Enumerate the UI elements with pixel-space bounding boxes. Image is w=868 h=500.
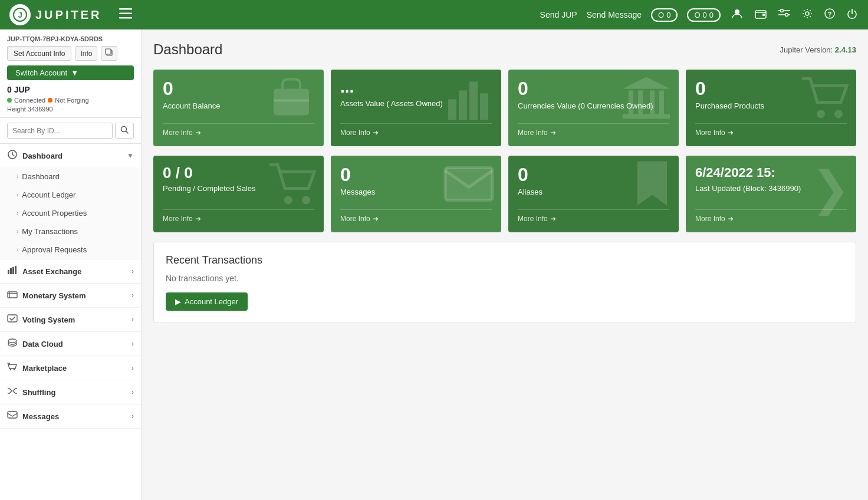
play-icon: ▶ — [175, 297, 181, 306]
nav-section-messages-header[interactable]: Messages › — [0, 404, 141, 428]
chevron-icon: ▼ — [127, 152, 134, 160]
copy-button[interactable] — [101, 46, 117, 61]
nav-section-asset-header[interactable]: Asset Exchange › — [0, 259, 141, 283]
currencies-more-info[interactable]: More Info ➜ — [518, 123, 669, 137]
cards-row-1: 0 Account Balance More Info ➜ ... Assets… — [153, 70, 856, 146]
send-jup-button[interactable]: Send JUP — [540, 10, 577, 19]
sidebar-navigation: Dashboard ▼ › Dashboard › Account Ledger… — [0, 144, 141, 500]
account-id: JUP-TTQM-7BPJ-KDYA-5DRDS — [7, 35, 134, 42]
svg-text:?: ? — [828, 10, 832, 17]
chevron-right-icon: › — [17, 173, 18, 180]
chevron-down-icon: ▼ — [71, 68, 78, 77]
svg-line-18 — [126, 131, 129, 134]
card-currencies: 0 Currencies Value (0 Currencies Owned) … — [508, 70, 679, 146]
gear-icon[interactable] — [801, 7, 814, 23]
wallet-icon[interactable] — [754, 7, 768, 23]
sidebar-item-account-properties[interactable]: › Account Properties — [0, 204, 141, 222]
last-updated-datetime: 6/24/2022 15: — [695, 165, 847, 180]
search-button[interactable] — [115, 123, 134, 139]
nav-section-dashboard-header[interactable]: Dashboard ▼ — [0, 144, 141, 167]
recent-transactions-title: Recent Transactions — [166, 254, 844, 267]
nav-section-data-cloud: Data Cloud › — [0, 332, 141, 356]
user-icon[interactable] — [730, 6, 744, 24]
chevron-right-icon: › — [17, 192, 18, 198]
svg-point-30 — [8, 339, 17, 343]
nav-section-datacloud-header[interactable]: Data Cloud › — [0, 332, 141, 356]
chevron-right-icon: › — [131, 388, 134, 396]
card-purchased-products: 0 Purchased Products More Info ➜ — [686, 70, 856, 146]
assets-more-info[interactable]: More Info ➜ — [340, 123, 492, 137]
search-section — [0, 118, 141, 144]
nav-section-marketplace-header[interactable]: Marketplace › — [0, 356, 141, 380]
last-updated-more-info[interactable]: More Info ➜ — [695, 209, 847, 223]
card-sales: 0 / 0 Pending / Completed Sales More Inf… — [153, 156, 324, 232]
main-layout: JUP-TTQM-7BPJ-KDYA-5DRDS Set Account Inf… — [0, 29, 868, 500]
help-icon[interactable]: ? — [823, 7, 836, 23]
arrow-right-icon: ➜ — [728, 215, 734, 223]
card-messages: 0 Messages More Info ➜ — [331, 156, 501, 232]
arrow-right-icon: ➜ — [728, 129, 734, 137]
nav-section-datacloud-label: Data Cloud — [22, 340, 63, 348]
sidebar-item-dashboard[interactable]: › Dashboard — [0, 167, 141, 186]
info-button[interactable]: Info — [75, 46, 97, 61]
svg-point-31 — [10, 369, 11, 370]
not-forging-dot — [48, 98, 52, 103]
currencies-value: 0 — [518, 79, 669, 98]
account-balance: 0 JUP — [7, 85, 134, 94]
account-balance-value: 0 — [163, 79, 314, 98]
card-assets-value: ... Assets Value ( Assets Owned) More In… — [331, 70, 501, 146]
hamburger-menu[interactable] — [118, 7, 133, 23]
svg-point-46 — [817, 110, 825, 118]
svg-text:J: J — [18, 11, 22, 19]
arrow-right-icon: ➜ — [195, 215, 201, 223]
version-info: Jupiter Version: 2.4.13 — [780, 45, 856, 54]
chevron-right-icon: › — [17, 246, 18, 253]
svg-point-47 — [834, 110, 843, 118]
sales-more-info[interactable]: More Info ➜ — [163, 209, 314, 223]
badge-count-1: 0 — [666, 11, 670, 19]
svg-point-10 — [781, 9, 784, 12]
connected-dot — [7, 98, 12, 103]
badge-notifications-1[interactable]: O 0 — [651, 8, 678, 22]
messages-more-info[interactable]: More Info ➜ — [340, 209, 492, 223]
nav-section-voting-label: Voting System — [22, 315, 75, 324]
switch-account-button[interactable]: Switch Account ▼ — [7, 65, 134, 80]
svg-point-11 — [785, 13, 788, 16]
svg-point-5 — [735, 9, 739, 14]
sidebar-item-account-ledger[interactable]: › Account Ledger — [0, 186, 141, 204]
set-account-info-button[interactable]: Set Account Info — [7, 46, 71, 61]
nav-section-monetary-header[interactable]: Monetary System › — [0, 284, 141, 307]
svg-point-49 — [302, 196, 310, 204]
card-last-updated: 6/24/2022 15: Last Updated (Block: 34369… — [686, 156, 856, 232]
power-icon[interactable] — [846, 7, 859, 23]
settings-sliders-icon[interactable] — [777, 8, 791, 22]
nav-section-shuffling-header[interactable]: Shuffling › — [0, 380, 141, 404]
purchased-more-info[interactable]: More Info ➜ — [695, 123, 847, 137]
sidebar-item-my-transactions[interactable]: › My Transactions — [0, 222, 141, 241]
aliases-more-info[interactable]: More Info ➜ — [518, 209, 669, 223]
account-balance-more-info[interactable]: More Info ➜ — [163, 123, 314, 137]
nav-section-voting-header[interactable]: Voting System › — [0, 308, 141, 331]
send-message-button[interactable]: Send Message — [587, 10, 642, 19]
badge-notifications-2[interactable]: O 0 0 — [687, 8, 721, 22]
arrow-right-icon: ➜ — [373, 215, 379, 223]
account-status: Connected Not Forging — [7, 97, 134, 104]
sidebar-item-approval-requests[interactable]: › Approval Requests — [0, 241, 141, 259]
arrow-right-icon: ➜ — [550, 129, 556, 137]
card-aliases: 0 Aliases More Info ➜ — [508, 156, 679, 232]
purchased-value: 0 — [695, 79, 847, 98]
search-input[interactable] — [7, 123, 113, 139]
chevron-right-icon: › — [131, 291, 134, 300]
svg-rect-33 — [8, 412, 17, 418]
chevron-right-icon: › — [131, 364, 134, 372]
svg-rect-23 — [15, 266, 17, 274]
nav-section-marketplace-label: Marketplace — [22, 364, 67, 373]
currencies-label: Currencies Value (0 Currencies Owned) — [518, 101, 669, 110]
account-ledger-button[interactable]: ▶ Account Ledger — [166, 292, 248, 311]
purchased-label: Purchased Products — [695, 101, 847, 110]
account-info-section: JUP-TTQM-7BPJ-KDYA-5DRDS Set Account Inf… — [0, 29, 141, 118]
badge-icon-2b: 0 — [703, 11, 707, 19]
chevron-right-icon: › — [17, 228, 18, 235]
account-balance-label: Account Balance — [163, 101, 314, 110]
svg-rect-7 — [762, 14, 765, 16]
